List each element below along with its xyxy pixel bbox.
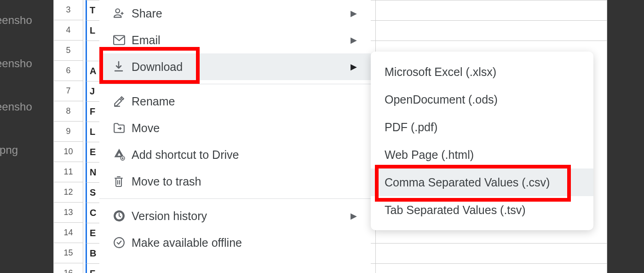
row-header[interactable]: 5 [53,41,83,61]
submenu-label: Comma Separated Values (.csv) [385,176,550,189]
menu-item-trash[interactable]: Move to trash [99,168,371,195]
cell[interactable]: J [86,81,99,101]
row-header[interactable]: 10 [53,142,83,162]
menu-label: Move [132,122,357,135]
cell[interactable]: N [86,162,99,182]
row-header[interactable]: 4 [53,20,83,41]
menu-label: Version history [132,209,351,223]
menu-label: Share [132,7,351,20]
offline-icon [113,237,132,249]
menu-label: Move to trash [132,175,357,188]
modal-backdrop-left: Screensho Screensho Screensho inal.png [0,0,53,273]
move-folder-icon [113,122,132,134]
menu-label: Rename [132,95,357,108]
submenu-label: OpenDocument (.ods) [385,93,498,106]
menu-item-add-shortcut[interactable]: Add shortcut to Drive [99,141,371,168]
cell[interactable]: L [86,122,99,142]
row-header[interactable]: 9 [53,122,83,142]
trash-icon [113,175,132,187]
backdrop-file-3: Screensho [0,100,32,113]
download-submenu: Microsoft Excel (.xlsx) OpenDocument (.o… [371,52,593,230]
row-header[interactable]: 16 [53,263,83,273]
cell[interactable] [86,41,99,61]
menu-label: Make available offline [132,236,357,250]
svg-point-2 [114,238,124,248]
cell[interactable]: B [86,243,99,263]
submenu-arrow-icon: ▶ [351,211,357,221]
cell[interactable]: C [86,203,99,223]
row-header[interactable]: 13 [53,203,83,223]
row-header[interactable]: 3 [53,0,83,20]
cell[interactable]: E [86,223,99,243]
row-header[interactable]: 15 [53,243,83,263]
submenu-label: PDF (.pdf) [385,121,437,134]
file-menu: Share ▶ Email ▶ Download ▶ Rename Move A… [99,0,371,259]
drive-shortcut-icon [113,149,132,161]
menu-item-offline[interactable]: Make available offline [99,229,371,256]
cell[interactable]: E [86,142,99,162]
menu-item-rename[interactable]: Rename [99,88,371,115]
submenu-label: Microsoft Excel (.xlsx) [385,65,496,79]
cell[interactable]: F [86,263,99,273]
menu-label: Download [132,60,351,74]
rename-icon [113,95,132,107]
cell[interactable]: L [86,20,99,41]
menu-label: Email [132,34,351,47]
email-icon [113,35,132,45]
modal-backdrop-right [607,0,644,273]
row-header[interactable]: 11 [53,162,83,182]
download-icon [113,61,132,73]
submenu-item-tsv[interactable]: Tab Separated Values (.tsv) [371,196,593,224]
cell[interactable]: F [86,101,99,122]
backdrop-file-1: Screensho [0,14,32,27]
row-header[interactable]: 8 [53,101,83,122]
cell[interactable]: T [86,0,99,20]
spreadsheet-row-headers: 3 4 5 6 7 8 9 10 11 12 13 14 15 16 T L A… [53,0,99,273]
row-header[interactable]: 14 [53,223,83,243]
submenu-item-ods[interactable]: OpenDocument (.ods) [371,86,593,113]
backdrop-file-2: Screensho [0,57,32,70]
menu-item-share[interactable]: Share ▶ [99,0,371,27]
submenu-item-xlsx[interactable]: Microsoft Excel (.xlsx) [371,58,593,86]
menu-divider [99,198,371,199]
cell[interactable]: A [86,61,99,81]
row-header[interactable]: 6 [53,61,83,81]
history-icon [113,210,132,222]
submenu-arrow-icon: ▶ [351,62,357,72]
row-header[interactable]: 12 [53,182,83,203]
cell[interactable]: S [86,182,99,203]
submenu-item-pdf[interactable]: PDF (.pdf) [371,113,593,141]
backdrop-file-4: inal.png [0,144,18,157]
menu-item-version-history[interactable]: Version history ▶ [99,203,371,229]
menu-item-download[interactable]: Download ▶ [99,53,371,80]
menu-item-move[interactable]: Move [99,115,371,141]
submenu-item-html[interactable]: Web Page (.html) [371,141,593,168]
menu-label: Add shortcut to Drive [132,148,357,162]
submenu-item-csv[interactable]: Comma Separated Values (.csv) [371,168,593,196]
submenu-arrow-icon: ▶ [351,35,357,45]
share-icon [113,7,132,19]
submenu-label: Tab Separated Values (.tsv) [385,203,526,217]
menu-item-email[interactable]: Email ▶ [99,27,371,53]
row-header[interactable]: 7 [53,81,83,101]
submenu-label: Web Page (.html) [385,148,474,162]
submenu-arrow-icon: ▶ [351,8,357,18]
menu-divider [99,84,371,84]
